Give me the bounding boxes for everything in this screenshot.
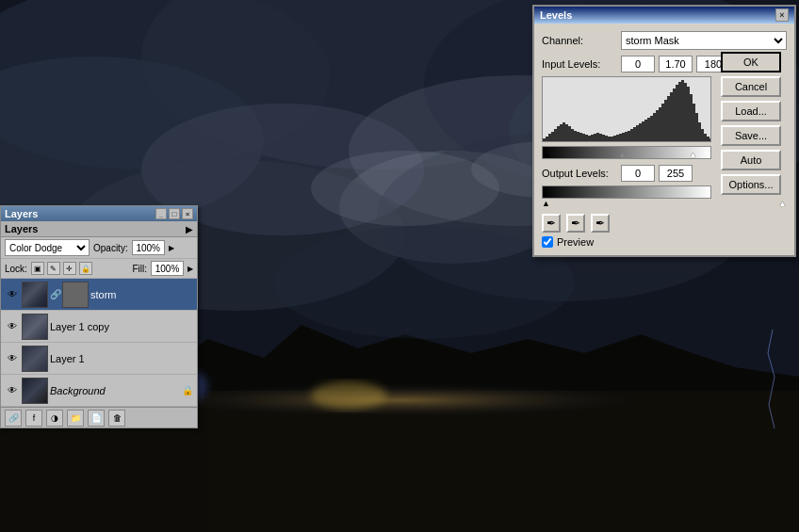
layer-eye-background[interactable]: 👁 [5, 383, 20, 398]
svg-rect-50 [625, 132, 628, 142]
fill-input[interactable] [151, 261, 184, 276]
svg-rect-49 [622, 133, 625, 142]
opacity-input[interactable] [132, 240, 165, 255]
ok-button[interactable]: OK [721, 52, 781, 73]
preview-label: Preview [557, 236, 594, 248]
channel-row: Channel: storm Mask [542, 31, 787, 50]
save-button[interactable]: Save... [721, 125, 781, 146]
svg-rect-45 [611, 137, 613, 142]
panel-close-btn[interactable]: × [182, 208, 193, 219]
svg-rect-47 [616, 135, 619, 142]
output-levels-black[interactable] [621, 165, 655, 182]
input-gradient-bar: ▲ ▲ ▲ [542, 146, 711, 159]
layer-eye-layer1copy[interactable]: 👁 [5, 319, 20, 334]
layer-fx-btn[interactable]: f [25, 410, 42, 427]
layer-thumb-background [22, 378, 48, 404]
dialog-buttons: OK Cancel Load... Save... Auto Options..… [721, 52, 781, 195]
layers-menu-btn[interactable]: ▶ [186, 224, 193, 234]
layer-name-layer1: Layer 1 [50, 353, 193, 364]
layer-item-layer1[interactable]: 👁 Layer 1 [1, 343, 197, 375]
layer-thumb-layer1 [22, 346, 48, 372]
svg-rect-37 [588, 136, 591, 142]
options-button[interactable]: Options... [721, 174, 781, 195]
panel-bottom-toolbar: 🔗 f ◑ 📁 📄 🗑 [1, 407, 197, 427]
layer-name-background: Background [50, 385, 180, 396]
svg-point-14 [311, 381, 386, 410]
black-eyedropper-btn[interactable]: ✒ [542, 214, 561, 233]
cancel-button[interactable]: Cancel [721, 76, 781, 97]
output-levels-label: Output Levels: [542, 168, 617, 179]
svg-rect-24 [551, 132, 554, 142]
svg-rect-33 [577, 132, 579, 142]
delete-layer-btn[interactable]: 🗑 [108, 410, 125, 427]
svg-rect-23 [548, 134, 551, 142]
mid-eyedropper-btn[interactable]: ✒ [566, 214, 585, 233]
fill-arrow[interactable]: ▶ [188, 265, 193, 273]
layers-header: Layers ▶ [1, 221, 197, 237]
svg-rect-34 [579, 133, 582, 142]
svg-rect-63 [661, 104, 664, 142]
svg-rect-79 [707, 137, 709, 142]
layer-item-storm[interactable]: 👁 🔗 storm [1, 279, 197, 311]
svg-rect-28 [563, 122, 565, 142]
svg-rect-53 [633, 127, 636, 142]
levels-dialog-title: Levels [540, 9, 572, 21]
output-levels-white[interactable] [659, 165, 693, 182]
channel-select[interactable]: storm Mask [621, 31, 787, 50]
black-triangle[interactable]: ▲ [543, 150, 551, 159]
layer-eye-storm[interactable]: 👁 [5, 287, 20, 302]
input-levels-black[interactable] [621, 56, 655, 73]
preview-checkbox[interactable] [542, 236, 553, 248]
input-levels-mid[interactable] [659, 56, 693, 73]
svg-rect-35 [582, 134, 585, 142]
panel-maximize-btn[interactable]: □ [169, 208, 180, 219]
svg-point-18 [311, 151, 499, 226]
panel-minimize-btn[interactable]: _ [155, 208, 167, 219]
mid-triangle[interactable]: ▲ [618, 150, 627, 159]
output-black-triangle[interactable]: ▲ [542, 199, 550, 208]
svg-rect-40 [596, 133, 599, 142]
svg-rect-58 [647, 118, 650, 142]
new-layer-btn[interactable]: 📄 [88, 410, 105, 427]
svg-rect-54 [636, 125, 639, 142]
layer-item-background[interactable]: 👁 Background 🔒 [1, 375, 197, 407]
svg-point-17 [273, 226, 575, 339]
link-layers-btn[interactable]: 🔗 [5, 410, 22, 427]
load-button[interactable]: Load... [721, 101, 781, 121]
add-mask-btn[interactable]: ◑ [46, 410, 63, 427]
layer-name-layer1copy: Layer 1 copy [50, 321, 193, 332]
opacity-label: Opacity: [93, 243, 128, 253]
lock-move-btn[interactable]: ✛ [63, 262, 76, 275]
output-white-triangle[interactable]: ▲ [778, 199, 787, 208]
layer-lock-icon-background: 🔒 [182, 385, 193, 395]
output-slider-row: ▲ ▲ [542, 199, 787, 208]
svg-rect-21 [543, 138, 546, 142]
svg-rect-59 [650, 116, 653, 142]
svg-rect-65 [667, 96, 670, 142]
layer-name-storm: storm [90, 289, 193, 300]
lock-transparent-btn[interactable]: ▣ [31, 262, 44, 275]
svg-rect-46 [613, 136, 616, 142]
blend-mode-row: Color Dodge Opacity: ▶ [1, 237, 197, 259]
layer-eye-layer1[interactable]: 👁 [5, 351, 20, 366]
white-eyedropper-btn[interactable]: ✒ [591, 214, 610, 233]
svg-rect-69 [678, 82, 681, 142]
lock-all-btn[interactable]: 🔒 [79, 262, 92, 275]
lock-paint-btn[interactable]: ✎ [47, 262, 60, 275]
svg-rect-44 [608, 137, 611, 142]
layers-header-label: Layers [5, 223, 38, 234]
new-group-btn[interactable]: 📁 [67, 410, 84, 427]
eyedropper-row: ✒ ✒ ✒ [542, 214, 787, 233]
output-gradient-bar [542, 185, 711, 199]
levels-dialog-close-btn[interactable]: × [775, 8, 789, 22]
lock-icons: ▣ ✎ ✛ 🔒 [31, 262, 92, 275]
svg-rect-77 [701, 129, 704, 142]
layer-item-layer1copy[interactable]: 👁 Layer 1 copy [1, 311, 197, 343]
blend-mode-select[interactable]: Color Dodge [5, 239, 90, 256]
white-triangle[interactable]: ▲ [689, 150, 697, 159]
opacity-arrow[interactable]: ▶ [169, 244, 174, 252]
levels-dialog-body: Channel: storm Mask Input Levels: [534, 24, 794, 255]
layers-panel: Layers _ □ × Layers ▶ Color Dodge Opacit… [0, 205, 198, 428]
svg-rect-66 [670, 92, 673, 142]
auto-button[interactable]: Auto [721, 150, 781, 170]
